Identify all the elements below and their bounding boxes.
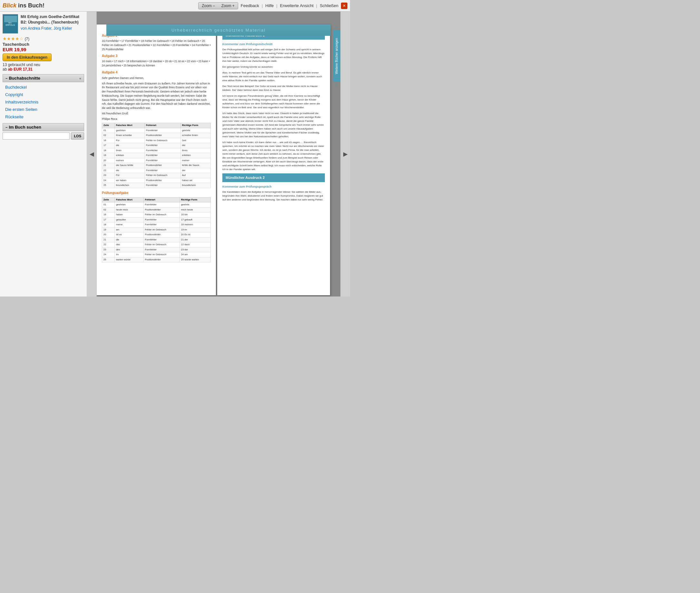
table-row: 22dieFormfehlerder xyxy=(102,168,211,173)
aufgabe4-body: Ich Ihnen schreibe heute, um mein Erstau… xyxy=(102,82,211,110)
aufgabe4-name: Philipe Roca xyxy=(102,117,211,121)
table-row: 25warten würdePositionsfehler25 würde wa… xyxy=(102,257,211,262)
right-page: Mündlicher Ausdruck 1 Kommentar zum Prüf… xyxy=(217,25,330,295)
table-row: 18IhrenFormfehlerIhres xyxy=(102,148,211,153)
table-row: 17gekaufenFormfehler17 gekauft xyxy=(102,217,211,223)
table-row: 01geehrtenFormfehlergeehrte xyxy=(102,128,211,133)
book-author[interactable]: von Andrea Frater, Jörg Keller xyxy=(21,26,84,31)
next-page-button[interactable]: ▶ xyxy=(340,12,350,296)
table-row: 24ImFehler im Gebrauch24 am xyxy=(102,252,211,258)
right-side-panel: « Weitere Bücher anzeigen « xyxy=(332,25,340,295)
table-row: 17dieFormfehlerder xyxy=(102,143,211,148)
nav-item-erste-seiten[interactable]: Die ersten Seiten xyxy=(3,106,84,113)
table-row: 16habenFehler im Gebrauch16 bin xyxy=(102,212,211,218)
beispiel-intro: Ein gelungener Vortrag könnte so aussehe… xyxy=(222,65,325,69)
table-row: 22dasFehler im Gebrauch22 dass xyxy=(102,242,211,247)
zoom-minus-button[interactable]: Zoom – xyxy=(198,3,218,9)
table-row: 24wir habenPositionsfehlerhaben wir xyxy=(102,178,211,183)
aufgabe3-text: 16 mein • 17 mich • 18 Informationen • 1… xyxy=(102,59,211,68)
main: MITERFOLG Mit Erfolg zum Goethe-Zertifik… xyxy=(0,12,350,296)
weitere-buecher-button[interactable]: Weitere Bücher anzeigen xyxy=(333,30,340,82)
pages-wrapper: Aufgabe 2 16 Formfehler • 17 Formfehler … xyxy=(97,25,340,295)
nav-item-copyright[interactable]: Copyright xyxy=(3,91,84,98)
add-to-cart-button[interactable]: In den Einkaufswagen xyxy=(3,53,51,61)
table-row: 19erlebenFormfehlererlebten xyxy=(102,153,211,158)
left-page: Aufgabe 2 16 Formfehler • 17 Formfehler … xyxy=(97,25,216,295)
used-price-text: 13 gebraucht und neu xyxy=(3,63,40,67)
close-button[interactable]: ✕ xyxy=(341,3,347,9)
beispiel-text2: Der Text nennt das Beispiel: Der Sohn is… xyxy=(222,84,325,92)
used-price-from-label: ab xyxy=(3,67,8,72)
buchabschnitte-header[interactable]: − Buchabschnitte « xyxy=(3,74,84,82)
logo-rest: ins Buch! xyxy=(18,2,44,9)
book-title: Mit Erfolg zum Goethe-Zertifikat B2: Übu… xyxy=(21,14,84,25)
table1-col-zeile: Zeile xyxy=(102,123,115,128)
feedback-link[interactable]: Feedback xyxy=(241,3,259,8)
nav-items-list: Buchdeckel Copyright Inhaltsverzeichnis … xyxy=(3,83,84,121)
help-link[interactable]: Hilfe xyxy=(265,3,274,8)
kommentar1-text: Der Prüfungskandidat lebt schon seit ein… xyxy=(222,48,325,63)
muendlich2-box: Mündlicher Ausdruck 2 xyxy=(222,173,325,182)
search-title: Im Buch suchen xyxy=(9,125,41,129)
correction-table-2: Zeile Falsches Wort Fehlerart Richtige F… xyxy=(102,197,211,263)
zoom-plus-button[interactable]: Zoom + xyxy=(218,3,238,9)
table1-col-falsches: Falsches Wort xyxy=(114,123,144,128)
beispiel-text4: Ich hatte das Glück, dass mein Vater nic… xyxy=(222,112,325,139)
sections-chevron: « xyxy=(79,76,81,80)
prev-page-button[interactable]: ◀ xyxy=(87,12,97,296)
zoom-bar: Zoom – Zoom + xyxy=(198,2,238,9)
correction-table-1: Zeile Falsches Wort Fehlerart Richtige F… xyxy=(102,123,211,188)
logo-italic: Blick xyxy=(3,2,16,9)
aufgabe4-title: Aufgabe 4 xyxy=(102,70,211,75)
pages-container: Urheberrechtlich geschütztes Material Au… xyxy=(97,25,340,295)
book-title-area: Mit Erfolg zum Goethe-Zertifikat B2: Übu… xyxy=(21,14,84,34)
used-price: 13 gebraucht und neu ab ab EUR 17,31 xyxy=(3,63,84,72)
erweiterte-link[interactable]: Erweiterte Ansicht xyxy=(280,3,314,8)
aufgabe4-greeting: Sehr geehrten Damen und Herren, xyxy=(102,76,211,80)
schliessen-link[interactable]: Schließen xyxy=(320,3,338,8)
search-header[interactable]: − Im Buch suchen xyxy=(3,123,84,131)
nav-item-buchdeckel[interactable]: Buchdeckel xyxy=(3,83,84,91)
table-row: 23FürFehler im GebrauchAuf xyxy=(102,173,211,178)
sections-title: Buchabschnitte xyxy=(9,76,40,81)
book-info: MITERFOLG Mit Erfolg zum Goethe-Zertifik… xyxy=(3,14,84,34)
aufgabe2-text: 16 Formfehler • 17 Formfehler • 18 Fehle… xyxy=(102,39,211,51)
search-input[interactable] xyxy=(3,132,70,140)
table-row: 02Ihnen schreibePositionsfehlerschreibe … xyxy=(102,133,211,138)
search-row: LOS xyxy=(3,132,84,140)
table-row: 01geehrtenFormfehlergeehrte xyxy=(102,202,211,207)
beispiel-text5: Ich habe noch keine Kinder, ich kann dah… xyxy=(222,141,325,171)
header-controls: Zoom – Zoom + Feedback | Hilfe | Erweite… xyxy=(198,2,347,9)
nav-item-rueckseite[interactable]: Rückseite xyxy=(3,113,84,121)
search-toggle: − xyxy=(5,125,7,129)
table2-col-zeile: Zeile xyxy=(102,197,115,202)
table1-col-fehlerart: Fehlerart xyxy=(144,123,181,128)
table-row: 21die Sauce fehltePositionsfehlerfehlte … xyxy=(102,163,211,168)
table2-col-fehlerart: Fehlerart xyxy=(144,197,180,202)
right-dbl-chevron-top[interactable]: « xyxy=(335,25,337,30)
aufgabe4-closing: Mit freundlichen Gruß xyxy=(102,112,211,116)
rating-row: ★★★★☆ (7) xyxy=(3,36,84,41)
table-row: 18meineFormfehler18 meinem xyxy=(102,223,211,228)
table-row: 02heute michPositionsfehlermich heute xyxy=(102,207,211,212)
sidebar: MITERFOLG Mit Erfolg zum Goethe-Zertifik… xyxy=(0,12,87,296)
search-button[interactable]: LOS xyxy=(71,132,84,140)
kommentar2-title: Kommentar zum Prüfungsgespräch xyxy=(222,185,325,189)
beispiel-text3: Ich kenne im eigenen Freundeskreis genug… xyxy=(222,94,325,110)
kommentar1-title: Kommentar zum Prüfungsmitschnitt xyxy=(222,42,325,46)
table2-col-falsches: Falsches Wort xyxy=(114,197,144,202)
header: Blick ins Buch! Zoom – Zoom + Feedback |… xyxy=(0,0,350,12)
table2-col-richtig: Richtige Form xyxy=(180,197,210,202)
table-row: 19amFehler im Gebrauch19 im xyxy=(102,227,211,232)
price: EUR 19,99 xyxy=(3,47,84,52)
book-type: Taschenbuch xyxy=(3,42,84,47)
table-row: 16FürFehler im GebrauchSeit xyxy=(102,138,211,143)
right-dbl-chevron-bottom[interactable]: « xyxy=(335,82,337,87)
book-cover: MITERFOLG xyxy=(3,14,18,34)
separator-3: | xyxy=(316,3,317,8)
separator-1: | xyxy=(262,3,263,8)
table-row: 25freundlichenFormfehlerfreundlichem xyxy=(102,183,211,188)
table-row: 20Ist esPositionsfehler20 Es ist xyxy=(102,232,211,238)
table-row: 23denFormfehler23 der xyxy=(102,247,211,252)
nav-item-inhaltsverzeichnis[interactable]: Inhaltsverzeichnis xyxy=(3,98,84,106)
